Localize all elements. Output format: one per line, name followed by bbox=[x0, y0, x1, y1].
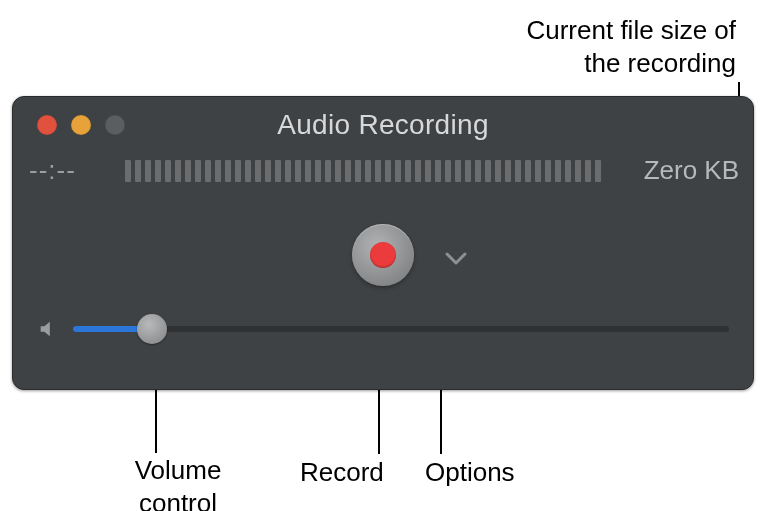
level-segment bbox=[175, 160, 181, 182]
level-segment bbox=[215, 160, 221, 182]
level-segment bbox=[575, 160, 581, 182]
level-segment bbox=[195, 160, 201, 182]
level-segment bbox=[225, 160, 231, 182]
level-segment bbox=[185, 160, 191, 182]
level-segment bbox=[565, 160, 571, 182]
volume-slider-thumb[interactable] bbox=[137, 314, 167, 344]
annotation-record: Record bbox=[300, 456, 400, 489]
close-button[interactable] bbox=[37, 115, 57, 135]
level-segment bbox=[325, 160, 331, 182]
annotation-options: Options bbox=[425, 456, 535, 489]
level-segment bbox=[455, 160, 461, 182]
record-icon bbox=[370, 242, 396, 268]
level-segment bbox=[485, 160, 491, 182]
titlebar: Audio Recording bbox=[29, 107, 737, 143]
window-controls bbox=[37, 115, 125, 135]
level-segment bbox=[305, 160, 311, 182]
elapsed-time: --:-- bbox=[29, 155, 107, 186]
maximize-button bbox=[105, 115, 125, 135]
level-segment bbox=[205, 160, 211, 182]
annotation-volume: Volumecontrol bbox=[118, 454, 238, 503]
level-segment bbox=[335, 160, 341, 182]
level-segment bbox=[435, 160, 441, 182]
level-segment bbox=[405, 160, 411, 182]
level-segment bbox=[505, 160, 511, 182]
info-row: --:-- Zero KB bbox=[29, 155, 737, 186]
level-segment bbox=[135, 160, 141, 182]
level-segment bbox=[355, 160, 361, 182]
volume-row bbox=[29, 318, 737, 340]
level-segment bbox=[275, 160, 281, 182]
level-segment bbox=[385, 160, 391, 182]
level-segment bbox=[375, 160, 381, 182]
level-segment bbox=[445, 160, 451, 182]
controls-row bbox=[29, 220, 737, 290]
level-segment bbox=[495, 160, 501, 182]
options-button[interactable] bbox=[431, 238, 459, 266]
level-segment bbox=[395, 160, 401, 182]
level-segment bbox=[555, 160, 561, 182]
audio-recording-window: Audio Recording --:-- Zero KB bbox=[12, 96, 754, 390]
level-segment bbox=[425, 160, 431, 182]
annotation-file-size: Current file size ofthe recording bbox=[526, 14, 736, 79]
minimize-button[interactable] bbox=[71, 115, 91, 135]
level-segment bbox=[585, 160, 591, 182]
level-segment bbox=[345, 160, 351, 182]
level-segment bbox=[535, 160, 541, 182]
file-size-label: Zero KB bbox=[619, 155, 739, 186]
level-segment bbox=[285, 160, 291, 182]
level-segment bbox=[145, 160, 151, 182]
level-segment bbox=[265, 160, 271, 182]
volume-slider[interactable] bbox=[73, 326, 729, 332]
window-title: Audio Recording bbox=[29, 109, 737, 141]
level-segment bbox=[595, 160, 601, 182]
level-segment bbox=[245, 160, 251, 182]
level-segment bbox=[295, 160, 301, 182]
level-segment bbox=[415, 160, 421, 182]
audio-level-meter bbox=[125, 159, 601, 183]
level-segment bbox=[465, 160, 471, 182]
level-segment bbox=[125, 160, 131, 182]
level-segment bbox=[255, 160, 261, 182]
level-segment bbox=[515, 160, 521, 182]
level-segment bbox=[235, 160, 241, 182]
level-segment bbox=[545, 160, 551, 182]
record-button[interactable] bbox=[352, 224, 414, 286]
level-segment bbox=[315, 160, 321, 182]
level-segment bbox=[365, 160, 371, 182]
speaker-icon bbox=[37, 318, 59, 340]
level-segment bbox=[155, 160, 161, 182]
level-segment bbox=[165, 160, 171, 182]
level-segment bbox=[525, 160, 531, 182]
level-segment bbox=[475, 160, 481, 182]
